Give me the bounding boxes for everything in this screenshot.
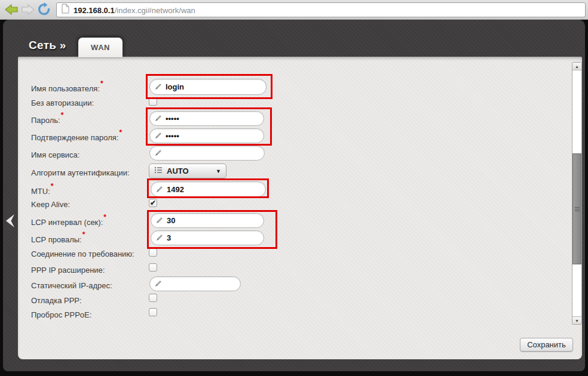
list-icon (154, 167, 163, 175)
pencil-icon (155, 217, 163, 224)
address-bar[interactable]: 192.168.0.1/index.cgi#network/wan (56, 2, 586, 17)
pencil-icon (154, 132, 162, 140)
pencil-icon (155, 186, 163, 193)
label-ppp-debug: Отладка PPP: (31, 294, 82, 303)
label-password: Пароль:* (31, 113, 63, 123)
forward-arrow-icon (22, 7, 35, 17)
document-icon (62, 4, 69, 16)
auth-algorithm-select[interactable]: AUTO ▼ (149, 164, 226, 178)
dial-on-demand-checkbox[interactable] (149, 248, 157, 257)
grip-icon (575, 209, 580, 209)
pencil-icon (154, 149, 162, 157)
triangle-up-icon: ▲ (575, 64, 579, 69)
url-host: 192.168.0.1 (74, 6, 115, 15)
label-no-auth: Без авторизации: (31, 96, 94, 106)
mtu-input[interactable] (151, 181, 266, 197)
ppp-debug-checkbox[interactable] (149, 294, 157, 302)
scrollbar-thumb[interactable] (572, 153, 581, 264)
collapse-menu-button[interactable] (4, 212, 16, 229)
refresh-button[interactable] (37, 2, 51, 17)
label-lcp-fails: LCP провалы:* (31, 233, 85, 242)
tab-wan[interactable]: WAN (78, 38, 122, 57)
label-keep-alive: Keep Alive: (31, 198, 71, 207)
chevron-down-icon: ▼ (216, 168, 221, 174)
scrollbar[interactable]: ▲ ▼ (572, 62, 582, 325)
label-pppoe-passthrough: Проброс PPPoE: (31, 308, 92, 318)
service-name-input[interactable] (149, 146, 265, 161)
label-auth-algorithm: Алгоритм аутентификации: (31, 166, 130, 175)
selected-option: AUTO (167, 167, 189, 175)
scroll-up-button[interactable]: ▲ (572, 63, 581, 70)
label-lcp-interval: LCP интервал (сек):* (31, 215, 106, 225)
menu-section-network[interactable]: Сеть » (29, 39, 66, 52)
save-button[interactable]: Сохранить (520, 338, 573, 352)
ppp-ip-extension-checkbox[interactable] (149, 263, 157, 272)
url-path: /index.cgi#network/wan (115, 6, 195, 15)
lcp-interval-input[interactable] (151, 213, 264, 228)
chevron-left-icon (4, 221, 16, 231)
forward-button[interactable] (22, 4, 36, 16)
password-confirm-input[interactable] (149, 128, 264, 143)
label-dial-on-demand: Соединение по требованию: (31, 247, 135, 257)
page: 192.168.0.1/index.cgi#network/wan Сеть »… (0, 0, 588, 376)
label-static-ip: Статический IP-адрес: (31, 279, 113, 288)
back-button[interactable] (5, 4, 19, 16)
back-arrow-icon (5, 7, 18, 17)
refresh-icon (37, 8, 51, 18)
label-username: Имя пользователя:* (31, 82, 103, 91)
checkmark-icon: ✔ (150, 199, 156, 207)
pencil-icon (154, 280, 162, 288)
browser-toolbar: 192.168.0.1/index.cgi#network/wan (0, 0, 588, 20)
pencil-icon (154, 115, 162, 122)
pencil-icon (154, 83, 162, 91)
password-input[interactable] (149, 111, 264, 126)
scroll-down-button[interactable]: ▼ (572, 316, 581, 324)
lcp-fails-input[interactable] (151, 230, 264, 245)
label-ppp-ip-extension: PPP IP расширение: (31, 263, 105, 273)
no-auth-checkbox[interactable] (149, 97, 157, 106)
label-service-name: Имя сервиса: (31, 148, 80, 158)
label-password-confirm: Подтверждение пароля:* (31, 131, 122, 140)
keep-alive-checkbox[interactable]: ✔ (149, 199, 157, 207)
triangle-down-icon: ▼ (575, 319, 579, 323)
pppoe-passthrough-checkbox[interactable] (149, 308, 157, 316)
username-input[interactable] (149, 79, 267, 95)
wan-settings-panel: Имя пользователя:* Без авторизации: Паро… (18, 57, 582, 359)
label-mtu: MTU:* (31, 184, 53, 194)
pencil-icon (155, 234, 163, 242)
static-ip-input[interactable] (149, 276, 241, 291)
